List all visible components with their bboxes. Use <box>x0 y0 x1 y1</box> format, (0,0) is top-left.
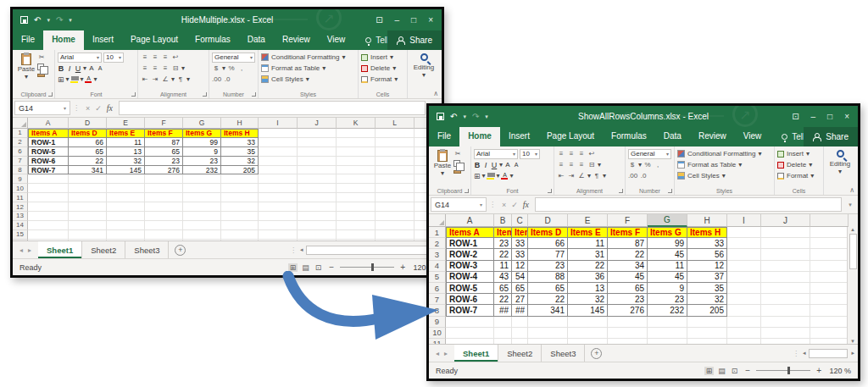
cell-D9[interactable] <box>69 174 107 184</box>
cell-H13[interactable] <box>221 212 259 221</box>
cell-C7[interactable]: 27 <box>512 294 528 305</box>
column-header-H[interactable]: H <box>687 214 727 227</box>
column-header-B[interactable]: B <box>494 214 512 227</box>
row-header-13[interactable]: 13 <box>13 212 28 221</box>
cell-H16[interactable] <box>221 240 259 240</box>
orientation-icon[interactable]: ∠ <box>577 172 586 180</box>
cell-F11[interactable] <box>145 193 183 202</box>
zoom-slider[interactable] <box>756 370 810 371</box>
page-layout-view-icon[interactable]: ▤ <box>716 367 727 375</box>
ribbon-options-icon[interactable]: ⊡ <box>376 15 382 25</box>
clipboard-launcher-icon[interactable] <box>48 92 53 97</box>
cell-H10[interactable] <box>221 184 259 193</box>
cell-D12[interactable] <box>69 202 107 212</box>
cell-K2[interactable] <box>337 138 376 147</box>
cell-A7[interactable]: ROW-6 <box>28 157 69 166</box>
cell-L10[interactable] <box>376 184 415 193</box>
formula-input[interactable] <box>535 197 842 212</box>
row-header-1[interactable]: 1 <box>429 227 446 238</box>
alignment-launcher-icon[interactable] <box>619 189 623 193</box>
cell-D7[interactable]: 22 <box>69 157 107 166</box>
cell-E7[interactable]: 32 <box>568 294 608 305</box>
cell-H7[interactable]: 32 <box>221 157 259 166</box>
cell-D14[interactable] <box>69 221 107 230</box>
cell-G11[interactable] <box>648 339 687 344</box>
cell-G9[interactable] <box>648 317 687 328</box>
minimize-icon[interactable]: – <box>395 15 400 25</box>
cell-D16[interactable] <box>69 240 107 240</box>
prev-sheet-icon[interactable]: ◂ <box>19 246 23 254</box>
cell-K15[interactable] <box>337 230 376 240</box>
ribbon-options-icon[interactable]: ⊡ <box>792 112 798 121</box>
column-header-A[interactable]: A <box>28 118 69 129</box>
cell-C11[interactable] <box>512 339 528 344</box>
cell-J10[interactable] <box>761 328 810 339</box>
zoom-slider-thumb[interactable] <box>787 367 790 374</box>
cell-G14[interactable] <box>183 221 221 230</box>
scroll-up-icon[interactable]: ▲ <box>850 227 855 232</box>
cell-G6[interactable]: 9 <box>648 283 687 294</box>
cell-I9[interactable] <box>259 174 298 184</box>
new-sheet-button[interactable]: + <box>175 245 186 256</box>
normal-view-icon[interactable]: ⊞ <box>288 263 298 272</box>
increase-decimal-icon[interactable]: .00 <box>212 75 221 84</box>
cell-D6[interactable]: 65 <box>528 283 568 294</box>
cell-E6[interactable]: 13 <box>568 283 608 294</box>
cell-C2[interactable]: 33 <box>512 238 528 249</box>
tab-file[interactable]: File <box>13 30 43 50</box>
cell-E5[interactable]: 36 <box>568 272 608 283</box>
cell-D8[interactable]: 341 <box>69 166 107 175</box>
tab-insert[interactable]: Insert <box>500 127 538 147</box>
cell-G2[interactable]: 99 <box>648 238 687 249</box>
cell-H12[interactable] <box>221 202 259 212</box>
number-launcher-icon[interactable] <box>668 189 672 193</box>
cell-D15[interactable] <box>69 230 107 240</box>
cell-E12[interactable] <box>107 202 145 212</box>
font-color-button[interactable]: A <box>502 172 509 180</box>
cell-J7[interactable] <box>298 157 337 166</box>
cell-G13[interactable] <box>183 212 221 221</box>
cell-H9[interactable] <box>687 317 727 328</box>
column-header-I[interactable]: I <box>727 214 761 227</box>
cell-J8[interactable] <box>298 166 337 175</box>
cell-A8[interactable]: ROW-7 <box>446 305 494 316</box>
redo-icon[interactable]: ↷ <box>472 112 479 121</box>
cell-x4[interactable] <box>810 261 849 272</box>
cell-G6[interactable]: 9 <box>183 147 221 157</box>
cell-H14[interactable] <box>221 221 259 230</box>
zoom-slider-thumb[interactable] <box>371 263 374 271</box>
cell-A15[interactable] <box>28 230 69 240</box>
cell-F3[interactable]: 22 <box>608 249 648 260</box>
cell-F11[interactable] <box>608 339 648 344</box>
select-all-corner[interactable] <box>13 118 28 129</box>
sheet-tab-sheet2[interactable]: Sheet2 <box>82 241 125 258</box>
tab-home[interactable]: Home <box>459 127 500 147</box>
cell-J14[interactable] <box>298 221 337 230</box>
column-header-F[interactable]: F <box>608 214 648 227</box>
cell-L15[interactable] <box>376 230 415 240</box>
cell-G15[interactable] <box>183 230 221 240</box>
cell-C5[interactable]: 54 <box>512 272 528 283</box>
cell-E14[interactable] <box>107 221 145 230</box>
scroll-left-icon[interactable]: ◂ <box>300 246 303 253</box>
cell-styles-button[interactable]: Cell Styles ▾ <box>261 74 355 85</box>
accounting-format-icon[interactable]: $ <box>212 64 220 73</box>
cell-H6[interactable]: 35 <box>687 283 727 294</box>
name-box[interactable]: G14 ▾ <box>14 101 70 115</box>
cell-A9[interactable] <box>28 174 69 184</box>
row-header-8[interactable]: 8 <box>13 166 28 175</box>
cell-K11[interactable] <box>337 193 376 202</box>
cell-A6[interactable]: ROW-5 <box>28 147 69 157</box>
font-size-select[interactable]: 10▾ <box>520 149 540 159</box>
cell-E11[interactable] <box>568 339 608 344</box>
scroll-right-icon[interactable]: ▸ <box>851 350 854 357</box>
column-header-E[interactable]: E <box>107 118 145 129</box>
cell-G1[interactable]: Items G <box>648 227 687 238</box>
page-break-view-icon[interactable]: ⊡ <box>314 263 324 272</box>
shrink-font-button[interactable]: A <box>97 65 103 71</box>
cell-G4[interactable]: 11 <box>648 261 687 272</box>
insert-function-icon[interactable]: fx <box>523 200 529 209</box>
insert-function-icon[interactable]: fx <box>107 103 113 113</box>
column-header-blank[interactable] <box>810 214 849 227</box>
cell-H1[interactable]: Items H <box>221 129 259 138</box>
